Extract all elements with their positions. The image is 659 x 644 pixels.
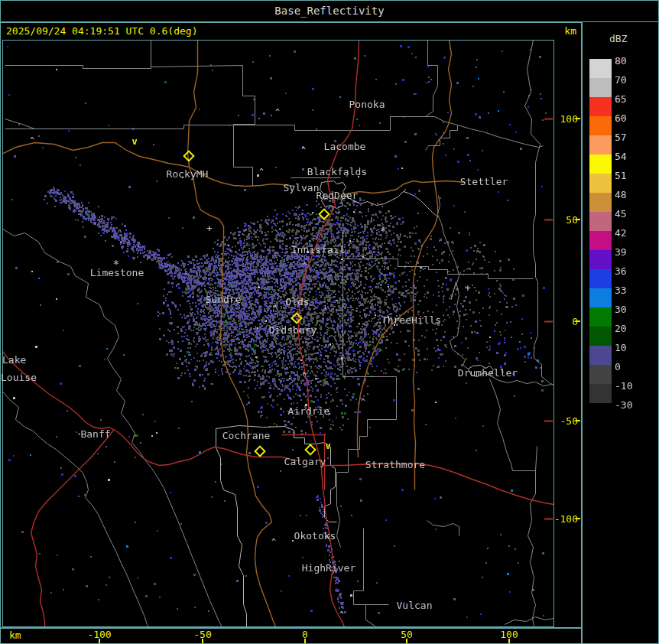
right-axis-tick-label: -100 — [552, 513, 578, 525]
city-label-lacombe: Lacombe — [324, 141, 366, 152]
caret-marker-icon: ^ — [271, 538, 276, 546]
city-label-olds: Olds — [285, 296, 309, 307]
city-label-sylvan: Sylvan — [284, 182, 320, 194]
colorbar-band — [589, 116, 612, 135]
checkmark-icon: v — [325, 441, 330, 451]
city-label-innisfail: Innisfail — [291, 244, 345, 255]
radar-viewer-window: Base_Reflectivity 2025/09/24 04:19:51 UT… — [0, 0, 659, 644]
colorbar-band-label: -30 — [615, 399, 632, 411]
plus-marker-icon: + — [206, 223, 213, 234]
colorbar-band — [589, 250, 612, 269]
color-scale-panel: dBZ 807065605754514845423936333020100-10… — [583, 22, 659, 644]
colorbar-band-label: 30 — [615, 304, 627, 315]
colorbar-band-label: 39 — [615, 246, 627, 258]
colorbar-band-label: 65 — [615, 93, 627, 105]
colorbar-band — [589, 135, 612, 154]
colorbar-band — [589, 212, 612, 231]
colorbar-band — [589, 97, 612, 116]
colorbar-band — [589, 384, 612, 403]
colorbar-band-label: 51 — [615, 170, 627, 181]
city-label-reddeer: RedDeer — [317, 190, 359, 201]
city-label-vulcan: Vulcan — [397, 600, 433, 611]
right-axis-tick-label: 50 — [552, 214, 578, 226]
city-label-strathmore: Strathmore — [365, 459, 425, 470]
colorbar-band-label: 60 — [615, 112, 627, 124]
city-label-didsbury: Didsbury — [269, 324, 317, 336]
colorbar-band-label: 33 — [615, 285, 627, 296]
plus-marker-icon: + — [465, 282, 471, 294]
checkmark-icon: v — [131, 136, 137, 147]
caret-marker-icon: ^ — [339, 610, 344, 619]
colorbar-band — [589, 154, 612, 174]
right-axis-tick-mark — [576, 219, 580, 220]
colorbar-band-label: 57 — [615, 132, 627, 143]
colorbar-band-label: 45 — [615, 208, 627, 220]
caret-marker-icon: ^ — [302, 262, 307, 270]
colorbar-band-label: 10 — [615, 342, 627, 353]
bottom-axis-tick-mark — [202, 639, 203, 643]
right-axis-tick-label: 0 — [552, 316, 578, 327]
colorbar-band — [589, 346, 612, 365]
bottom-axis-unit-label: km — [9, 629, 21, 641]
bottom-axis-tick-mark — [406, 639, 407, 643]
colorbar-band — [589, 193, 612, 212]
city-label-louise: Louise — [1, 372, 37, 383]
colorbar-band — [589, 365, 612, 384]
colorbar-band — [589, 231, 612, 250]
city-label-rockymh: RockyMH — [167, 168, 209, 180]
colorbar-band-label: 36 — [615, 265, 627, 277]
colorbar-band-label: 48 — [615, 189, 627, 200]
window-title: Base_Reflectivity — [274, 5, 384, 17]
colorbar-band-label: 0 — [615, 361, 621, 372]
city-label-calgary: Calgary — [284, 456, 326, 467]
right-axis-tick-mark — [576, 118, 580, 119]
colorbar-band — [589, 307, 612, 327]
caret-marker-icon: ^ — [30, 136, 34, 145]
caret-marker-icon: ^ — [361, 398, 365, 406]
colorbar-band — [589, 327, 612, 346]
right-axis-tick-mark — [576, 518, 580, 519]
bottom-axis-tick-mark — [99, 639, 100, 643]
status-bar: 2025/09/24 04:19:51 UTC 0.6(deg) km — [0, 23, 581, 39]
title-bar: Base_Reflectivity — [0, 0, 659, 21]
colorbar-band-label: 42 — [615, 227, 627, 239]
city-label-banff: Banff — [80, 428, 110, 440]
radar-map-frame: PonokaLacombeBlackfaldsSylvanRedDeerStet… — [2, 40, 554, 627]
colorbar-band — [589, 288, 612, 307]
asterisk-marker-icon: * — [113, 258, 119, 270]
city-label-drumheller: Drumheller — [458, 367, 518, 379]
right-axis-tick-mark — [576, 420, 580, 421]
colorbar-band-label: 54 — [615, 151, 627, 162]
city-label-cochrane: Cochrane — [222, 430, 271, 441]
city-label-lake: Lake — [2, 354, 26, 366]
right-axis-tick-label: 100 — [552, 113, 578, 125]
colorbar-band — [589, 59, 612, 78]
colorbar-band-label: 20 — [615, 323, 627, 334]
bottom-axis-tick-mark — [304, 639, 306, 643]
right-axis-tick-mark — [576, 320, 580, 322]
right-axis-unit-label: km — [564, 25, 581, 37]
caret-marker-icon: ^ — [301, 146, 306, 154]
asterisk-marker-icon: * — [380, 225, 386, 237]
colorbar-band-label: 70 — [615, 74, 627, 86]
city-label-blackfalds: Blackfalds — [307, 166, 367, 177]
colorbar-unit-label: dBZ — [609, 33, 627, 44]
caret-marker-icon: ^ — [273, 304, 278, 313]
city-label-highriver: HighRiver — [302, 562, 355, 574]
colorbar-band — [589, 269, 612, 288]
caret-marker-icon: ^ — [302, 372, 307, 380]
city-label-stettler: Stettler — [460, 176, 508, 187]
colorbar-band — [589, 174, 612, 193]
city-label-threehills: ThreeHills — [381, 314, 441, 326]
colorbar-band-label: -10 — [615, 380, 632, 392]
colorbar-band — [589, 78, 612, 97]
bottom-distance-axis: km -100-50050100 — [0, 627, 581, 644]
city-label-airdrie: Airdrie — [288, 405, 330, 417]
bottom-axis-tick-mark — [508, 639, 510, 643]
right-distance-axis: 100500-50-100 — [554, 40, 581, 627]
caret-marker-icon: ^ — [259, 168, 264, 176]
right-axis-tick-label: -50 — [552, 415, 578, 427]
scan-datetime-elevation: 2025/09/24 04:19:51 UTC 0.6(deg) — [0, 25, 564, 37]
colorbar-top-label: 80 — [615, 55, 627, 67]
city-label-sundre: Sundre — [206, 294, 242, 305]
